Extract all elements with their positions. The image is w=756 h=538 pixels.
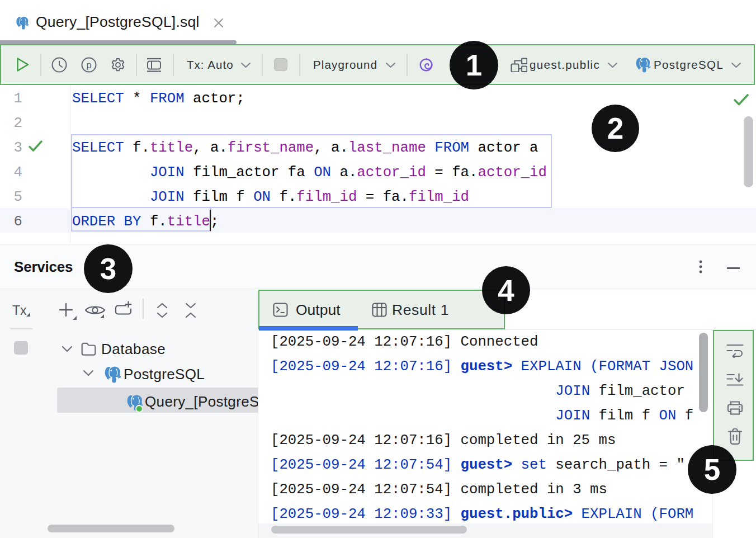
svg-text:p: p (86, 60, 91, 70)
